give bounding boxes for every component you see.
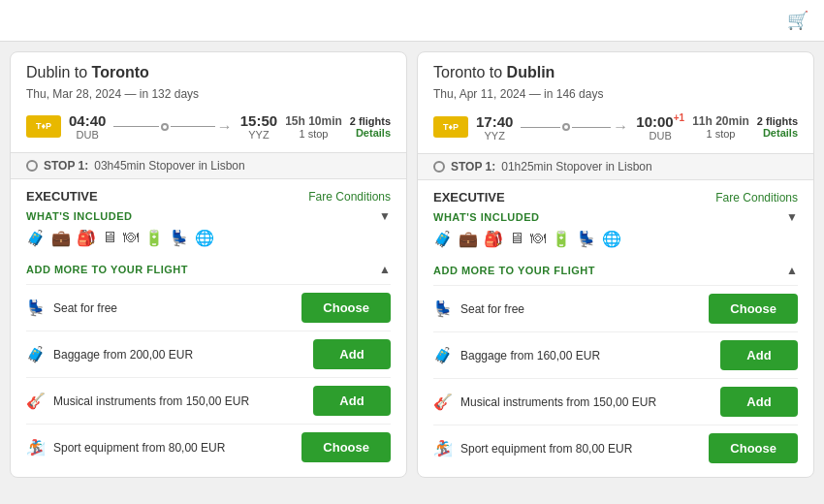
whats-included-title-1: WHAT'S INCLUDED xyxy=(433,211,540,223)
addon-text-1-2: Musical instruments from 150,00 EUR xyxy=(460,395,656,409)
add-more-header-1[interactable]: ADD MORE TO YOUR FLIGHT ▲ xyxy=(433,264,798,277)
details-link-0[interactable]: Details xyxy=(356,127,391,139)
stop-circle-1 xyxy=(433,161,445,173)
addon-icon-1-3: 🏂 xyxy=(433,439,453,457)
addon-icon-0-2: 🎸 xyxy=(26,392,46,410)
duration-1: 11h 20min1 stop xyxy=(692,114,749,140)
cart-icon: 🛒 xyxy=(787,10,808,31)
depart-time-1: 17:40YYZ xyxy=(476,113,513,142)
included-icon: 🎒 xyxy=(484,230,503,248)
airline-logo-0: T♦P xyxy=(26,115,61,138)
flight-arrow-0: → xyxy=(113,118,232,136)
addon-btn-0-3[interactable]: Choose xyxy=(301,432,391,462)
stop-circle-0 xyxy=(26,160,38,172)
duration-0: 15h 10min1 stop xyxy=(285,114,342,140)
addon-left-1-1: 🧳 Baggage from 160,00 EUR xyxy=(433,346,600,364)
addon-row-1-0: 💺 Seat for free Choose xyxy=(433,285,798,331)
flight-info-0: T♦P04:40DUB→15:50YYZ15h 10min1 stop2 fli… xyxy=(26,109,391,144)
addon-icon-1-1: 🧳 xyxy=(433,346,453,364)
total-price: 🛒 xyxy=(781,10,808,31)
included-icons-0: 🧳💼🎒🖥🍽🔋💺🌐 xyxy=(26,223,391,253)
included-icon: 💼 xyxy=(459,230,478,248)
add-more-title-0: ADD MORE TO YOUR FLIGHT xyxy=(26,264,188,275)
fare-conditions-link-0[interactable]: Fare Conditions xyxy=(308,190,391,204)
whats-included-1: WHAT'S INCLUDED ▼ 🧳💼🎒🖥🍽🔋💺🌐 xyxy=(418,205,813,258)
add-more-1: ADD MORE TO YOUR FLIGHT ▲ 💺 Seat for fre… xyxy=(418,258,813,477)
executive-label-0: EXECUTIVE xyxy=(26,189,98,204)
addon-left-1-2: 🎸 Musical instruments from 150,00 EUR xyxy=(433,393,656,411)
included-icon: 🍽 xyxy=(123,229,139,247)
flights-block-1: 2 flightsDetails xyxy=(757,115,798,139)
addon-btn-1-3[interactable]: Choose xyxy=(709,433,798,463)
trip-route-1: Toronto to Dublin xyxy=(433,64,798,81)
flight-arrow-1: → xyxy=(521,118,628,136)
addon-btn-1-0[interactable]: Choose xyxy=(709,294,798,324)
arrive-time-1: 10:00+1DUB xyxy=(636,112,684,142)
arrive-time-0: 15:50YYZ xyxy=(240,112,277,141)
addon-row-0-2: 🎸 Musical instruments from 150,00 EUR Ad… xyxy=(26,377,391,424)
addon-text-0-1: Baggage from 200,00 EUR xyxy=(53,348,193,362)
trip-date-0: Thu, Mar 28, 2024 — in 132 days xyxy=(26,87,391,101)
add-more-title-1: ADD MORE TO YOUR FLIGHT xyxy=(433,265,595,276)
depart-time-0: 04:40DUB xyxy=(69,112,106,141)
addon-left-0-2: 🎸 Musical instruments from 150,00 EUR xyxy=(26,392,249,410)
flight-info-1: T♦P17:40YYZ→10:00+1DUB11h 20min1 stop2 f… xyxy=(433,109,798,145)
addon-text-1-3: Sport equipment from 80,00 EUR xyxy=(460,442,632,456)
addon-text-1-0: Seat for free xyxy=(460,302,524,316)
addon-icon-1-0: 💺 xyxy=(433,299,453,318)
stop-bar-0: STOP 1: 03h45min Stopover in Lisbon xyxy=(11,152,406,179)
included-icon: 🌐 xyxy=(602,230,621,248)
addon-btn-0-0[interactable]: Choose xyxy=(301,293,391,323)
addon-row-1-2: 🎸 Musical instruments from 150,00 EUR Ad… xyxy=(433,378,798,425)
addon-left-0-1: 🧳 Baggage from 200,00 EUR xyxy=(26,345,193,363)
addon-btn-0-1[interactable]: Add xyxy=(313,339,391,369)
addon-text-0-0: Seat for free xyxy=(53,301,117,315)
addon-row-1-3: 🏂 Sport equipment from 80,00 EUR Choose xyxy=(433,425,798,471)
addon-text-1-1: Baggage from 160,00 EUR xyxy=(460,349,600,362)
addon-icon-1-2: 🎸 xyxy=(433,393,453,411)
included-icon: 💼 xyxy=(51,229,71,247)
stop-bar-1: STOP 1: 01h25min Stopover in Lisbon xyxy=(418,153,813,180)
whats-included-0: WHAT'S INCLUDED ▼ 🧳💼🎒🖥🍽🔋💺🌐 xyxy=(11,204,406,257)
whats-included-chevron-1: ▼ xyxy=(786,210,798,224)
add-more-chevron-1: ▲ xyxy=(786,264,798,277)
addon-icon-0-0: 💺 xyxy=(26,299,46,317)
executive-label-1: EXECUTIVE xyxy=(433,190,505,205)
trip-card-0: Dublin to TorontoThu, Mar 28, 2024 — in … xyxy=(10,51,407,478)
whats-included-header-1[interactable]: WHAT'S INCLUDED ▼ xyxy=(433,210,798,224)
included-icon: 💺 xyxy=(577,230,596,248)
included-icon: 🍽 xyxy=(530,230,546,248)
details-link-1[interactable]: Details xyxy=(763,127,798,139)
addon-text-0-2: Musical instruments from 150,00 EUR xyxy=(53,394,249,408)
executive-section-0: EXECUTIVE Fare Conditions xyxy=(11,179,406,204)
addon-row-0-3: 🏂 Sport equipment from 80,00 EUR Choose xyxy=(26,424,391,470)
fare-conditions-link-1[interactable]: Fare Conditions xyxy=(715,191,798,205)
included-icon: 💺 xyxy=(170,229,189,247)
trip-card-1: Toronto to DublinThu, Apr 11, 2024 — in … xyxy=(417,51,814,478)
executive-section-1: EXECUTIVE Fare Conditions xyxy=(418,180,813,205)
addon-left-1-3: 🏂 Sport equipment from 80,00 EUR xyxy=(433,439,632,457)
whats-included-header-0[interactable]: WHAT'S INCLUDED ▼ xyxy=(26,209,391,223)
trips-container: Dublin to TorontoThu, Mar 28, 2024 — in … xyxy=(0,42,824,488)
add-more-header-0[interactable]: ADD MORE TO YOUR FLIGHT ▲ xyxy=(26,263,391,276)
included-icon: 🌐 xyxy=(195,229,214,247)
addon-left-0-3: 🏂 Sport equipment from 80,00 EUR xyxy=(26,438,225,457)
addon-left-1-0: 💺 Seat for free xyxy=(433,299,524,318)
add-more-chevron-0: ▲ xyxy=(379,263,391,276)
addon-row-0-0: 💺 Seat for free Choose xyxy=(26,284,391,331)
addon-btn-0-2[interactable]: Add xyxy=(313,386,391,416)
addon-row-0-1: 🧳 Baggage from 200,00 EUR Add xyxy=(26,331,391,377)
airline-logo-1: T♦P xyxy=(433,116,468,139)
addon-btn-1-1[interactable]: Add xyxy=(720,340,798,370)
addon-icon-0-1: 🧳 xyxy=(26,345,46,363)
flights-block-0: 2 flightsDetails xyxy=(350,115,391,139)
included-icon: 🖥 xyxy=(509,230,524,248)
included-icon: 🧳 xyxy=(26,229,46,247)
whats-included-chevron-0: ▼ xyxy=(379,209,391,223)
included-icon: 🔋 xyxy=(144,229,164,247)
add-more-0: ADD MORE TO YOUR FLIGHT ▲ 💺 Seat for fre… xyxy=(11,257,406,476)
trip-route-0: Dublin to Toronto xyxy=(26,64,391,81)
addon-btn-1-2[interactable]: Add xyxy=(720,387,798,417)
addon-row-1-1: 🧳 Baggage from 160,00 EUR Add xyxy=(433,331,798,378)
included-icon: 🔋 xyxy=(552,230,571,248)
